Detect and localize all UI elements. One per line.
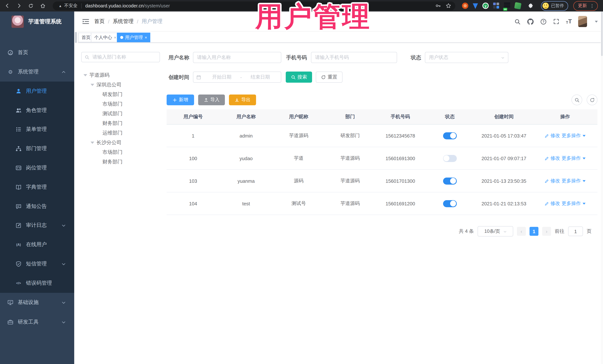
add-button[interactable]: 新增 [167, 95, 194, 105]
sidebar-item-online-users[interactable]: (A) 在线用户 [0, 235, 74, 254]
address-bar[interactable]: ▲ 不安全 dashboard.yudao.iocoder.cn /system… [53, 1, 455, 10]
close-icon[interactable]: × [114, 35, 116, 40]
sidebar-item-audit-log[interactable]: 审计日志 [0, 216, 74, 235]
sidebar-item-devtools[interactable]: 研发工具 [0, 312, 74, 332]
toggle-search-button[interactable] [571, 95, 582, 105]
sidebar-scrollbar-thumb[interactable] [75, 32, 77, 43]
edit-button[interactable]: 修改 [545, 200, 560, 207]
sidebar-scrollbar[interactable] [74, 11, 78, 364]
sidebar-collapse-icon[interactable] [82, 18, 89, 25]
sidebar-item-post-mgmt[interactable]: 岗位管理 [0, 158, 74, 177]
search-button[interactable]: 搜索 [286, 72, 312, 83]
tree-node[interactable]: 深圳总公司 [81, 80, 161, 90]
close-icon[interactable]: × [145, 35, 147, 40]
sidebar-item-role-mgmt[interactable]: 角色管理 [0, 101, 74, 120]
refresh-button[interactable] [587, 95, 597, 105]
tree-node[interactable]: 市场部门 [81, 147, 161, 157]
tree-node[interactable]: 研发部门 [81, 90, 161, 99]
font-size-icon[interactable]: TT [566, 19, 572, 24]
date-end-placeholder[interactable]: 结束日期 [243, 74, 278, 80]
browser-update-button[interactable]: 更新 ⋮ [573, 1, 598, 11]
breadcrumb-home[interactable]: 首页 [94, 18, 105, 25]
import-button[interactable]: 导入 [198, 95, 225, 105]
id-card-icon [16, 165, 22, 171]
browser-back-button[interactable] [2, 1, 12, 11]
next-page-button[interactable]: › [542, 227, 551, 236]
status-toggle[interactable] [443, 200, 457, 207]
col-created: 创建时间 [475, 113, 533, 120]
date-range-input[interactable]: 开始日期 - 结束日期 [193, 72, 281, 83]
goto-label: 前往 [555, 228, 564, 235]
window-scrollbar[interactable] [601, 11, 603, 364]
tree-node[interactable]: 运维部门 [81, 128, 161, 138]
edit-button[interactable]: 修改 [545, 155, 560, 162]
more-actions-button[interactable]: 更多操作 [562, 132, 586, 139]
prev-page-button[interactable]: ‹ [517, 227, 526, 236]
browser-profile-chip[interactable]: 已暂停 [541, 1, 568, 11]
edit-button[interactable]: 修改 [545, 132, 560, 139]
browser-reload-button[interactable] [26, 1, 36, 11]
caret-down-icon[interactable] [91, 142, 94, 144]
tab-profile[interactable]: 个人中心 × [91, 33, 120, 42]
extension-green-icon[interactable]: y [482, 3, 489, 9]
status-toggle[interactable] [443, 155, 457, 162]
extensions-puzzle-icon[interactable] [525, 1, 535, 11]
user-avatar[interactable] [578, 16, 587, 27]
goto-page-input[interactable]: 1 [568, 226, 583, 236]
sidebar-item-sms-mgmt[interactable]: 短信管理 [0, 254, 74, 274]
github-icon[interactable] [527, 18, 533, 25]
avatar-caret-down-icon[interactable] [595, 21, 598, 22]
page-size-select[interactable]: 10条/页 [477, 226, 513, 236]
sidebar-item-infrastructure[interactable]: 基础设施 [0, 293, 74, 312]
extension-orange-icon[interactable] [462, 3, 468, 9]
security-label[interactable]: 不安全 [64, 3, 78, 9]
status-select[interactable]: 用户状态 [425, 52, 508, 63]
sidebar-item-errcode-mgmt[interactable]: </> 错误码管理 [0, 274, 74, 293]
export-button[interactable]: 导出 [229, 95, 256, 105]
caret-down-icon[interactable] [91, 84, 94, 86]
tree-node[interactable]: 财务部门 [81, 157, 161, 167]
sidebar-item-notice[interactable]: 通知公告 [0, 197, 74, 216]
search-icon[interactable] [514, 18, 521, 25]
password-key-icon[interactable] [435, 1, 441, 11]
username-input[interactable]: 请输入用户名称 [193, 52, 281, 63]
tab-user-mgmt[interactable]: 用户管理 × [117, 33, 151, 42]
extension-grid-icon[interactable] [493, 3, 499, 9]
sidebar-item-menu-mgmt[interactable]: 菜单管理 [0, 120, 74, 139]
extension-green-pen-icon[interactable] [514, 2, 521, 9]
browser-forward-button[interactable] [14, 1, 24, 11]
tree-node[interactable]: 测试部门 [81, 109, 161, 119]
extension-blue-drop-icon[interactable] [473, 3, 478, 9]
mobile-input[interactable]: 请输入手机号码 [311, 52, 397, 63]
extension-adblock-icon[interactable]: on [504, 3, 510, 9]
tree-node[interactable]: 财务部门 [81, 119, 161, 128]
breadcrumb-system[interactable]: 系统管理 [113, 18, 134, 25]
help-icon[interactable] [540, 18, 547, 25]
fullscreen-icon[interactable] [553, 18, 560, 25]
current-page-button[interactable]: 1 [530, 227, 538, 236]
sidebar-item-dept-mgmt[interactable]: 部门管理 [0, 139, 74, 158]
app-logo-row[interactable]: 芋道管理系统 [0, 11, 74, 32]
tree-node[interactable]: 长沙分公司 [81, 138, 161, 147]
browser-home-button[interactable] [38, 1, 47, 11]
dept-search-input[interactable]: 请输入部门名称 [81, 52, 160, 62]
reset-button[interactable]: 重置 [316, 72, 343, 83]
status-toggle[interactable] [443, 132, 457, 139]
window-scrollbar-thumb[interactable] [601, 11, 603, 56]
tree-node[interactable]: 市场部门 [81, 99, 161, 109]
tree-node[interactable]: 芋道源码 [81, 70, 161, 80]
more-actions-button[interactable]: 更多操作 [562, 177, 586, 184]
edit-button[interactable]: 修改 [545, 177, 560, 184]
browser-menu-icon[interactable]: ⋮ [590, 3, 594, 8]
sidebar-item-home[interactable]: 首页 [0, 43, 74, 62]
bookmark-star-icon[interactable] [445, 1, 452, 11]
more-actions-button[interactable]: 更多操作 [562, 155, 586, 162]
date-start-placeholder[interactable]: 开始日期 [204, 74, 240, 80]
status-toggle[interactable] [443, 177, 457, 184]
caret-down-icon[interactable] [83, 74, 87, 76]
sidebar-item-dict-mgmt[interactable]: 字典管理 [0, 177, 74, 197]
sidebar-item-user-mgmt[interactable]: 用户管理 [0, 82, 74, 101]
more-actions-button[interactable]: 更多操作 [562, 200, 586, 207]
address-divider [81, 3, 82, 8]
sidebar-item-system[interactable]: ⚙ 系统管理 [0, 62, 74, 82]
